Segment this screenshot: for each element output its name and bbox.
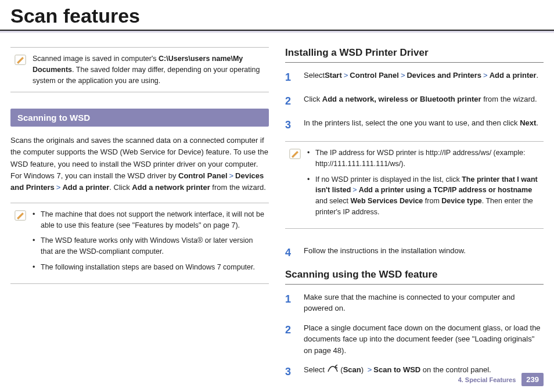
bold: Start: [325, 71, 342, 80]
page-title: Scan features: [0, 0, 554, 27]
step-text: Click Add a network, wireless or Bluetoo…: [304, 93, 544, 109]
scan-icon: [327, 365, 339, 376]
title-accent: [0, 31, 554, 33]
txt: from the wizard.: [210, 183, 266, 192]
bold: Add a printer: [62, 183, 109, 192]
bold: Add a network, wireless or Bluetooth pri…: [322, 95, 481, 103]
paren: ): [361, 365, 366, 374]
step-text: Follow the instructions in the installat…: [304, 245, 544, 261]
pencil-note-icon: [289, 148, 301, 160]
heading-rule: [285, 62, 544, 63]
heading-rule: [285, 284, 544, 285]
txt: In the printers list, select the one you…: [304, 118, 520, 127]
list-item: If no WSD printer is displayed in the li…: [307, 174, 540, 218]
breadcrumb-sep: >: [351, 186, 358, 194]
bold: Device type: [441, 197, 481, 205]
breadcrumb-sep: >: [342, 71, 350, 80]
bold: Scan to WSD: [373, 365, 420, 374]
scan-step-1: 1 Make sure that the machine is connecte…: [285, 292, 544, 314]
list-item: The IP address for WSD printer is http:/…: [307, 148, 540, 170]
step-text: Make sure that the machine is connected …: [304, 292, 544, 314]
note-body: The IP address for WSD printer is http:/…: [307, 148, 540, 222]
pencil-note-icon: [14, 209, 27, 222]
chapter-label: 4. Special Features: [458, 376, 516, 383]
bold: Control Panel: [350, 71, 399, 80]
note-body: Scanned image is saved in computer's C:\…: [33, 53, 265, 86]
note-body: The machine that does not support the ne…: [33, 209, 265, 278]
note-wsd-ip: The IP address for WSD printer is http:/…: [285, 141, 544, 229]
page-footer: 4. Special Features 239: [458, 373, 544, 386]
install-step-4: 4 Follow the instructions in the install…: [285, 245, 544, 261]
txt: and select: [315, 197, 350, 205]
txt: .: [536, 118, 538, 127]
breadcrumb-sep: >: [55, 183, 63, 192]
breadcrumb-sep: >: [399, 71, 407, 80]
step-number: 1: [285, 70, 296, 85]
step-number: 2: [285, 322, 296, 357]
pencil-note-icon: [14, 53, 27, 66]
step-number: 3: [285, 117, 296, 133]
breadcrumb-sep: >: [228, 171, 236, 180]
bold: Add a printer: [490, 71, 537, 80]
note-text: Scanned image is saved in computer's: [33, 55, 159, 63]
wsd-intro: Scans the originals and saves the scanne…: [10, 135, 269, 193]
install-step-3: 3 In the printers list, select the one y…: [285, 117, 544, 133]
txt: Select: [304, 71, 325, 80]
content-columns: Scanned image is saved in computer's C:\…: [0, 44, 554, 388]
step-text: Place a single document face down on the…: [304, 322, 544, 357]
heading-scan-wsd: Scanning using the WSD feature: [285, 269, 544, 280]
step-number: 2: [285, 93, 296, 109]
list-item: The WSD feature works only with Windows …: [33, 235, 265, 257]
bold: Add a network printer: [132, 183, 210, 192]
txt: The IP address for WSD printer is http:/…: [315, 149, 526, 157]
step-text: In the printers list, select the one you…: [304, 117, 544, 133]
bold: Control Panel: [178, 171, 228, 180]
txt: Click: [304, 95, 322, 103]
install-step-1: 1 SelectStart>Control Panel>Devices and …: [285, 70, 544, 85]
list-item: The machine that does not support the ne…: [33, 209, 265, 231]
txt: If no WSD printer is displayed in the li…: [315, 175, 462, 184]
install-step-2: 2 Click Add a network, wireless or Bluet…: [285, 93, 544, 109]
section-heading-wsd: Scanning to WSD: [10, 109, 269, 127]
page-number: 239: [521, 373, 544, 386]
left-column: Scanned image is saved in computer's C:\…: [10, 44, 269, 388]
bold: Add a printer using a TCP/IP address or …: [359, 186, 532, 194]
step-number: 4: [285, 245, 296, 261]
paren: (: [339, 365, 343, 374]
bold: Devices and Printers: [406, 71, 481, 80]
txt: from the wizard.: [481, 95, 537, 103]
step-number: 3: [285, 364, 296, 380]
bold: Next: [520, 118, 536, 127]
list-item: The following installation steps are bas…: [33, 262, 265, 273]
txt: from: [423, 197, 441, 205]
bold: Web Services Device: [350, 197, 423, 205]
breadcrumb-sep: >: [366, 365, 374, 374]
heading-install-driver: Installing a WSD Printer Driver: [285, 47, 544, 59]
txt: . Click: [109, 183, 132, 192]
note-wsd-requirements: The machine that does not support the ne…: [10, 203, 269, 284]
breadcrumb-sep: >: [481, 71, 490, 80]
bold: Scan: [343, 365, 361, 374]
note-saved-image: Scanned image is saved in computer's C:\…: [10, 47, 269, 92]
step-number: 1: [285, 292, 296, 314]
right-column: Installing a WSD Printer Driver 1 Select…: [285, 44, 544, 388]
step-text: SelectStart>Control Panel>Devices and Pr…: [304, 70, 544, 85]
url: http://111.111.111.111/ws/: [315, 160, 401, 168]
txt: ).: [401, 160, 405, 168]
scan-step-2: 2 Place a single document face down on t…: [285, 322, 544, 357]
txt: .: [537, 71, 539, 80]
txt: Select: [304, 365, 327, 374]
